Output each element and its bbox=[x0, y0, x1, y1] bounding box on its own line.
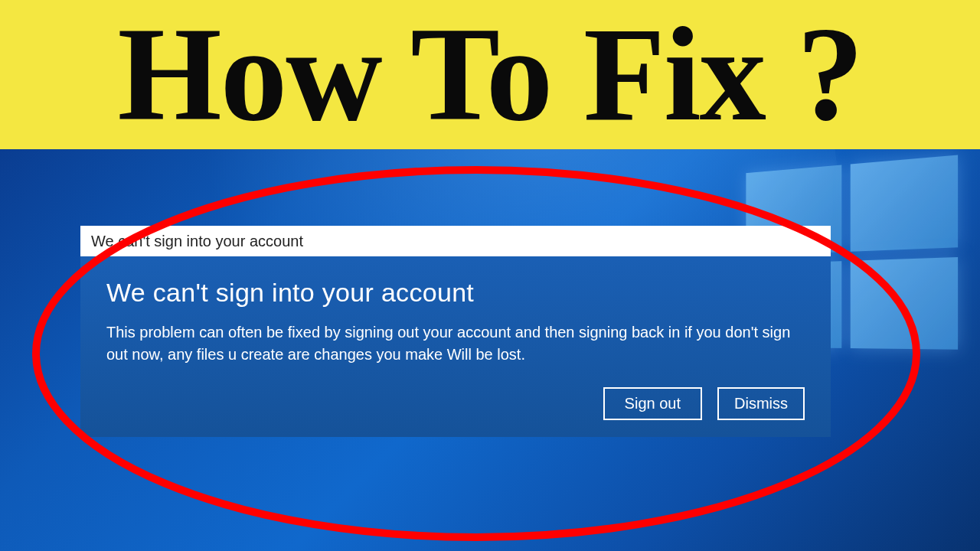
dialog-body: We can't sign into your account This pro… bbox=[80, 256, 831, 437]
dialog-message: This problem can often be fixed by signi… bbox=[106, 321, 805, 366]
dialog-titlebar: We can't sign into your account bbox=[80, 226, 831, 256]
dismiss-button[interactable]: Dismiss bbox=[717, 387, 805, 420]
headline-text: How To Fix ? bbox=[118, 8, 863, 142]
headline-banner: How To Fix ? bbox=[0, 0, 980, 149]
dialog-heading: We can't sign into your account bbox=[106, 278, 805, 308]
desktop-background: We can't sign into your account We can't… bbox=[0, 149, 980, 551]
dialog-actions: Sign out Dismiss bbox=[106, 387, 805, 420]
dialog-titlebar-text: We can't sign into your account bbox=[91, 233, 303, 250]
error-dialog: We can't sign into your account We can't… bbox=[80, 226, 831, 437]
sign-out-button[interactable]: Sign out bbox=[603, 387, 702, 420]
